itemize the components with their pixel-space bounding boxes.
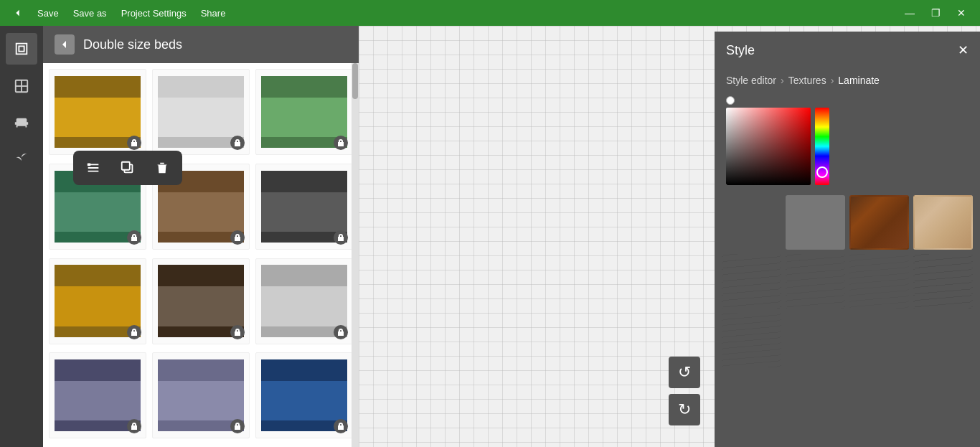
lock-badge xyxy=(127,136,141,150)
sidebar-item-plants[interactable] xyxy=(6,145,37,177)
action-buttons: ↺ ↻ xyxy=(669,357,700,425)
texture-item[interactable] xyxy=(722,313,781,367)
list-item[interactable] xyxy=(49,352,146,438)
top-bar: Save Save as Project Settings Share — ❐ … xyxy=(0,0,980,26)
catalog-grid xyxy=(43,63,359,447)
back-button[interactable] xyxy=(6,8,30,18)
sidebar-item-walls[interactable] xyxy=(6,33,37,65)
texture-item[interactable] xyxy=(722,195,781,250)
list-item[interactable] xyxy=(49,258,146,344)
texture-item[interactable] xyxy=(786,254,845,309)
style-panel-title: Style xyxy=(726,43,755,58)
lock-badge xyxy=(230,325,245,339)
list-item[interactable] xyxy=(49,69,146,155)
svg-rect-5 xyxy=(122,162,130,170)
texture-item[interactable] xyxy=(913,195,973,250)
delete-button[interactable] xyxy=(149,155,175,181)
color-origin-dot xyxy=(726,96,735,105)
breadcrumb-textures[interactable]: Textures xyxy=(788,75,826,86)
project-settings-button[interactable]: Project Settings xyxy=(114,8,194,19)
save-button[interactable]: Save xyxy=(30,8,66,19)
style-panel-header: Style ✕ xyxy=(715,32,980,69)
list-item[interactable] xyxy=(152,69,250,155)
share-button[interactable]: Share xyxy=(194,8,233,19)
undo-button[interactable]: ↺ xyxy=(669,357,700,388)
list-item[interactable] xyxy=(152,258,250,344)
redo-button[interactable]: ↻ xyxy=(669,394,700,425)
lock-badge xyxy=(127,230,141,245)
floating-toolbar xyxy=(73,151,182,185)
texture-item[interactable] xyxy=(722,254,781,309)
texture-item[interactable] xyxy=(849,254,909,309)
scroll-thumb[interactable] xyxy=(352,63,358,99)
lock-badge xyxy=(334,230,348,245)
list-item[interactable] xyxy=(255,69,353,155)
style-panel: Style ✕ Style editor › Textures › Lamina… xyxy=(715,32,980,447)
lock-badge xyxy=(230,136,245,150)
color-gradient[interactable] xyxy=(726,108,811,185)
replace-button[interactable] xyxy=(80,155,106,181)
saveas-button[interactable]: Save as xyxy=(66,8,114,19)
color-picker-area xyxy=(715,93,980,191)
style-panel-close-button[interactable]: ✕ xyxy=(958,42,969,58)
lock-badge xyxy=(230,230,245,245)
list-item[interactable] xyxy=(255,352,353,438)
breadcrumb-style-editor[interactable]: Style editor xyxy=(726,75,776,86)
maximize-button[interactable]: ❐ xyxy=(923,0,948,26)
catalog-header: Double size beds xyxy=(43,26,359,63)
scrollbar[interactable] xyxy=(352,63,359,447)
close-button[interactable]: ✕ xyxy=(948,0,974,26)
breadcrumb-sep-1: › xyxy=(781,75,784,86)
sidebar-item-windows[interactable] xyxy=(6,70,37,102)
texture-grid xyxy=(715,191,980,447)
texture-item[interactable] xyxy=(913,254,973,309)
lock-badge xyxy=(334,325,348,339)
sidebar-item-furniture[interactable] xyxy=(6,108,37,139)
list-item[interactable] xyxy=(255,164,353,250)
color-spectrum[interactable] xyxy=(815,108,829,185)
texture-item[interactable] xyxy=(786,195,845,250)
clone-button[interactable] xyxy=(115,155,141,181)
list-item[interactable] xyxy=(152,352,250,438)
texture-item[interactable] xyxy=(849,195,909,250)
catalog-title: Double size beds xyxy=(83,37,182,52)
catalog-panel: Double size beds xyxy=(43,26,359,447)
breadcrumb: Style editor › Textures › Laminate xyxy=(715,69,980,93)
minimize-button[interactable]: — xyxy=(897,0,923,26)
catalog-back-button[interactable] xyxy=(55,34,75,55)
lock-badge xyxy=(334,136,348,150)
lock-badge xyxy=(127,325,141,339)
spectrum-cursor xyxy=(816,166,828,178)
breadcrumb-laminate[interactable]: Laminate xyxy=(838,75,880,86)
breadcrumb-sep-2: › xyxy=(831,75,834,86)
color-picker-container xyxy=(726,108,969,185)
sidebar xyxy=(0,26,43,447)
list-item[interactable] xyxy=(255,258,353,344)
svg-rect-3 xyxy=(88,164,91,166)
